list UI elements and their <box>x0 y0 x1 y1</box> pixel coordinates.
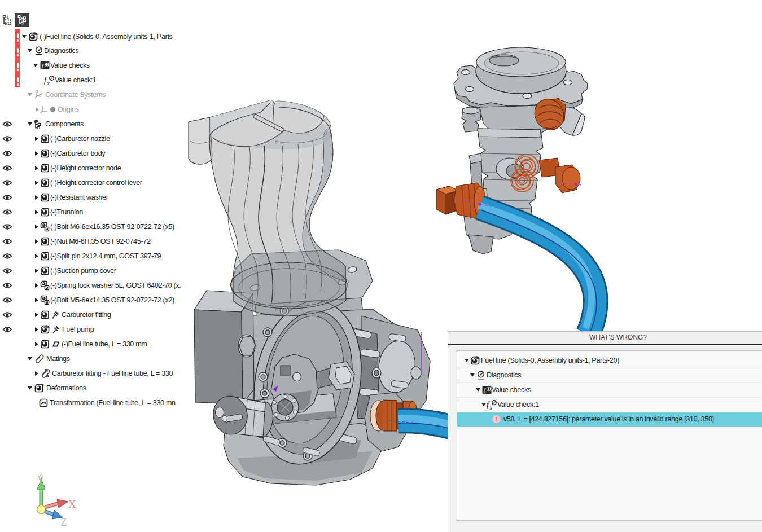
svg-text:x: x <box>489 405 493 410</box>
svg-text:12: 12 <box>7 21 12 25</box>
svg-text:X: X <box>68 498 76 510</box>
svg-text:Y: Y <box>37 474 44 484</box>
svg-text:2: 2 <box>5 21 7 25</box>
svg-text:x: x <box>47 80 50 86</box>
svg-text:Z: Z <box>60 516 67 528</box>
